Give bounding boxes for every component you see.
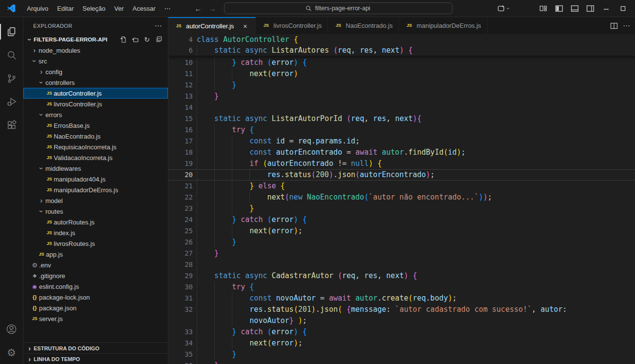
tree-item-config[interactable]: ›config <box>23 66 168 77</box>
code-line-31[interactable]: 31const novoAutor = await autor.create(r… <box>168 293 635 304</box>
code-line-20[interactable]: 20res.status(200).json(autorEncontrado); <box>168 169 635 181</box>
code-editor[interactable]: 4class AutorController {6static async Li… <box>168 34 635 364</box>
tree-item-errors[interactable]: ›errors <box>23 109 168 120</box>
minimize-button[interactable] <box>599 2 614 15</box>
code-line-29[interactable]: 29static async CadastrarAutor (req, res,… <box>168 270 635 282</box>
code-line-13[interactable]: 13} <box>168 91 635 102</box>
more-actions-icon[interactable]: ⋯ <box>623 21 630 30</box>
code-line-wrap[interactable]: novoAutor} ); <box>168 315 635 326</box>
section-timeline[interactable]: › LINHA DO TEMPO <box>23 353 168 364</box>
new-file-icon[interactable] <box>119 35 128 44</box>
menu-item[interactable]: ⋯ <box>160 3 175 14</box>
code-line-11[interactable]: 11next(error) <box>168 68 635 80</box>
collapse-all-icon[interactable] <box>154 35 163 44</box>
code-line-35[interactable]: 35} <box>168 349 635 360</box>
tree-item-livrosController.js[interactable]: JSlivrosController.js <box>23 99 168 109</box>
code-line-6[interactable]: 6static async ListarAutores (req, res, n… <box>168 45 635 56</box>
code-line-15[interactable]: 15static async ListarAutorPorId (req, re… <box>168 113 635 124</box>
indent-guide <box>197 124 214 136</box>
code-line-32[interactable]: 32res.status(201).json( {menssage: `auto… <box>168 304 635 315</box>
account-icon[interactable] <box>0 317 23 341</box>
menu-item[interactable]: Arquivo <box>22 3 53 14</box>
menu-item[interactable]: Acessar <box>128 3 160 14</box>
tree-item-eslint.config.js[interactable]: ◉eslint.config.js <box>23 281 168 292</box>
tree-item-controllers[interactable]: ›controllers <box>23 77 168 88</box>
code-line-34[interactable]: 34next(error); <box>168 338 635 349</box>
tab-manipuladorDeErros.js[interactable]: JSmanipuladorDeErros.js <box>399 17 487 34</box>
tree-item-src[interactable]: ›src <box>23 56 168 66</box>
code-line-22[interactable]: 22next(new NaoEncontrado(`autor não enco… <box>168 192 635 203</box>
refresh-icon[interactable]: ↻ <box>143 35 151 44</box>
code-line-36[interactable]: 36} <box>168 360 635 364</box>
code-line-23[interactable]: 23} <box>168 203 635 214</box>
menu-item[interactable]: Editar <box>53 3 78 14</box>
tree-item-app.js[interactable]: JSapp.js <box>23 249 168 260</box>
tree-item-ErrosBase.js[interactable]: JSErrosBase.js <box>23 120 168 131</box>
code-line-26[interactable]: 26} <box>168 237 635 248</box>
menu-item[interactable]: Seleção <box>78 3 110 14</box>
tree-item-server.js[interactable]: JSserver.js <box>23 313 168 324</box>
tree-item-autorRoutes.js[interactable]: JSautorRoutes.js <box>23 217 168 227</box>
command-center-search[interactable]: filters-page-error-api <box>224 2 452 14</box>
menu-item[interactable]: Ver <box>110 3 128 14</box>
code-line-21[interactable]: 21} else { <box>168 181 635 192</box>
tree-item-label: model <box>45 197 62 204</box>
tree-item-routes[interactable]: ›routes <box>23 206 168 217</box>
close-tab-icon[interactable]: × <box>241 22 249 30</box>
tree-item-.gitignore[interactable]: ◆.gitignore <box>23 270 168 281</box>
source-control-icon[interactable] <box>0 67 23 90</box>
tree-item-middlewares[interactable]: ›middlewares <box>23 163 168 174</box>
code-line-27[interactable]: 27} <box>168 248 635 259</box>
code-line-12[interactable]: 12} <box>168 80 635 91</box>
tree-item-model[interactable]: ›model <box>23 195 168 206</box>
workspace-root-row[interactable]: › FILTERS-PAGE-ERROR-API ↻ <box>23 34 168 45</box>
explorer-more-actions-icon[interactable]: ⋯ <box>155 21 162 30</box>
tree-item-package.json[interactable]: {}package.json <box>23 303 168 313</box>
tab-NaoEcontrado.js[interactable]: JSNaoEcontrado.js <box>328 17 399 34</box>
tree-item-RequisicaoIncorreta.js[interactable]: JSRequisicaoIncorreta.js <box>23 142 168 152</box>
code-line-4[interactable]: 4class AutorController { <box>168 34 635 45</box>
code-line-24[interactable]: 24} catch (error) { <box>168 214 635 225</box>
code-line-10[interactable]: 10} catch (error) { <box>168 57 635 68</box>
code-line-25[interactable]: 25next(error); <box>168 225 635 237</box>
extensions-icon[interactable] <box>0 114 23 137</box>
toggle-sidebar-icon[interactable] <box>552 2 566 14</box>
tree-item-.env[interactable]: ⚙.env <box>23 260 168 270</box>
tree-item-package-lock.json[interactable]: {}package-lock.json <box>23 292 168 303</box>
code-line-19[interactable]: 19if (autorEncontrado != null) { <box>168 158 635 169</box>
maximize-button[interactable] <box>615 2 630 15</box>
tree-item-livrosRoutes.js[interactable]: JSlivrosRoutes.js <box>23 238 168 249</box>
tab-autorController.js[interactable]: JSautorController.js× <box>168 17 256 34</box>
tree-item-index.js[interactable]: JSindex.js <box>23 227 168 238</box>
tree-item-autorController.js[interactable]: JSautorController.js <box>23 88 168 99</box>
split-editor-icon[interactable] <box>610 22 618 30</box>
tab-livrosController.js[interactable]: JSlivrosController.js <box>256 17 328 34</box>
code-line-18[interactable]: 18const autorEncontrado = await autor.fi… <box>168 147 635 158</box>
indent-guide <box>197 57 214 68</box>
back-arrow[interactable]: ← <box>195 4 202 13</box>
code-line-28[interactable]: 28 <box>168 259 635 270</box>
code-line-16[interactable]: 16try { <box>168 124 635 136</box>
tree-item-manipuladorDeErros.js[interactable]: JSmanipuladorDeErros.js <box>23 184 168 195</box>
code-line-30[interactable]: 30try { <box>168 282 635 293</box>
code-line-17[interactable]: 17const id = req.params.id; <box>168 136 635 147</box>
settings-gear-icon[interactable]: ⚙ <box>0 341 23 364</box>
toggle-secondary-sidebar-icon[interactable] <box>583 2 597 14</box>
copilot-icon[interactable]: › <box>497 4 509 13</box>
toggle-panel-icon[interactable] <box>568 2 581 14</box>
tree-item-label: manipulador404.js <box>54 176 105 183</box>
new-folder-icon[interactable] <box>131 35 140 44</box>
search-icon[interactable] <box>0 43 23 67</box>
code-line-14[interactable]: 14 <box>168 102 635 113</box>
tree-item-node_modules[interactable]: ›node_modules <box>23 45 168 56</box>
section-outline[interactable]: › ESTRUTURA DO CÓDIGO <box>23 343 168 353</box>
explorer-icon[interactable] <box>0 20 23 43</box>
indent-guide <box>197 326 214 338</box>
forward-arrow[interactable]: → <box>209 4 216 13</box>
customize-layout-icon[interactable] <box>536 2 550 14</box>
tree-item-manipulador404.js[interactable]: JSmanipulador404.js <box>23 174 168 184</box>
tree-item-NaoEcontrado.js[interactable]: JSNaoEcontrado.js <box>23 131 168 142</box>
code-line-33[interactable]: 33} catch (error) { <box>168 326 635 338</box>
run-debug-icon[interactable] <box>0 90 23 114</box>
tree-item-ValidacaoIncorreta.js[interactable]: JSValidacaoIncorreta.js <box>23 152 168 163</box>
